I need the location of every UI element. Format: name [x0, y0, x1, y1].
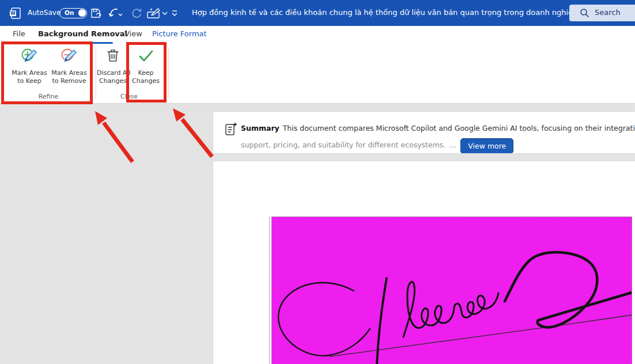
mark-areas-to-keep-button[interactable]: Mark Areas to Keep — [7, 47, 52, 98]
button-label: Changes — [130, 77, 162, 85]
document-canvas: SummaryThis document compares Microsoft … — [0, 104, 635, 364]
search-icon — [580, 8, 589, 18]
view-more-button[interactable]: View more — [460, 138, 513, 154]
summary-text-line2: support, pricing, and suitability for di… — [241, 136, 513, 154]
button-label: Keep — [130, 69, 162, 77]
signature-strokes — [272, 217, 632, 364]
tab-view[interactable]: View — [124, 29, 142, 38]
search-label: Search — [595, 8, 621, 17]
picture-left-edge — [269, 217, 270, 364]
title-bar: W AutoSave On — [0, 0, 635, 26]
ribbon-group-divider — [96, 48, 96, 97]
autosave-toggle-knob — [78, 9, 86, 17]
mark-areas-keep-icon — [20, 47, 39, 67]
word-app-icon[interactable]: W — [9, 7, 21, 19]
document-page — [213, 161, 635, 364]
autosave-label: AutoSave — [28, 9, 61, 17]
autosave-toggle-state: On — [65, 9, 74, 16]
document-title[interactable]: Hợp đồng kinh tế và các điều khoản chung… — [192, 8, 617, 17]
button-label: to Remove — [48, 77, 90, 85]
quick-access-overflow-icon[interactable] — [171, 7, 179, 18]
keep-changes-icon — [136, 47, 156, 67]
mark-areas-remove-icon — [59, 47, 79, 67]
redo-icon[interactable] — [130, 7, 143, 20]
copilot-summary-card: SummaryThis document compares Microsoft … — [213, 111, 635, 154]
summary-text-line1: SummaryThis document compares Microsoft … — [241, 124, 635, 132]
tab-background-removal[interactable]: Background Removal — [38, 29, 127, 38]
undo-icon[interactable] — [108, 7, 122, 20]
discard-all-changes-icon — [104, 47, 122, 67]
button-label: Mark Areas — [48, 69, 90, 77]
group-label-refine: Refine — [2, 93, 95, 100]
group-label-close: Close — [98, 93, 160, 100]
save-icon[interactable] — [90, 7, 103, 20]
summary-heading: Summary — [241, 124, 279, 132]
search-box[interactable]: Search — [569, 5, 635, 21]
mark-areas-to-remove-button[interactable]: Mark Areas to Remove — [48, 47, 90, 98]
signature-picture[interactable] — [271, 217, 632, 364]
pen-icon[interactable] — [146, 7, 168, 20]
svg-text:W: W — [10, 11, 16, 16]
ribbon: Mark Areas to Keep Mark Areas to Remove — [0, 44, 635, 104]
ribbon-tab-row: File Background Removal View Picture For… — [0, 26, 635, 44]
active-tab-underline — [38, 42, 113, 44]
ribbon-group-divider — [168, 48, 169, 97]
summary-icon — [225, 122, 237, 137]
tab-file[interactable]: File — [13, 29, 25, 38]
button-label: Discard All — [97, 69, 129, 77]
discard-all-changes-button[interactable]: Discard All Changes — [97, 47, 129, 98]
summary-ellipsis: ... — [449, 141, 456, 149]
keep-changes-button[interactable]: Keep Changes — [130, 47, 162, 98]
word-application-window: W AutoSave On — [0, 0, 635, 364]
summary-body-line2: support, pricing, and suitability for di… — [241, 141, 445, 149]
button-label: to Keep — [7, 77, 52, 85]
button-label: Changes — [97, 77, 129, 85]
tab-picture-format[interactable]: Picture Format — [152, 29, 207, 38]
autosave-toggle[interactable]: On — [59, 8, 87, 18]
document-title-text: Hợp đồng kinh tế và các điều khoản chung… — [192, 8, 577, 17]
button-label: Mark Areas — [7, 69, 52, 77]
summary-body-line1: This document compares Microsoft Copilot… — [283, 124, 635, 132]
